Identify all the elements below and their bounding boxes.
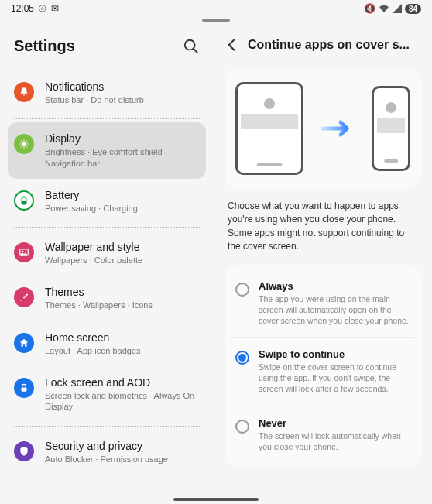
status-time: 12:05 [11, 3, 34, 14]
phone-unfolded-icon [235, 82, 303, 175]
bell-icon [14, 82, 34, 102]
radio-icon [235, 420, 249, 434]
sidebar-item-display[interactable]: Display Brightness · Eye comfort shield … [8, 122, 206, 179]
sidebar-item-home-screen[interactable]: Home screen Layout · App icon badges [8, 321, 206, 366]
nav-handle[interactable] [173, 498, 259, 501]
option-sub: The app you were using on the main scree… [259, 293, 410, 327]
svg-line-7 [21, 141, 22, 142]
sidebar-item-sub: Themes · Wallpapers · Icons [45, 300, 200, 310]
brush-icon [14, 287, 34, 307]
camera-icon: ⦾ [39, 3, 46, 14]
svg-line-1 [194, 48, 198, 53]
status-bar: 12:05 ⦾ ✉ 🔇 84 [0, 0, 432, 17]
sidebar-item-sub: Screen lock and biometrics · Always On D… [45, 390, 200, 413]
illustration-card [225, 68, 421, 189]
sidebar-item-sub: Auto Blocker · Permission usage [45, 454, 200, 465]
sidebar-item-lock-screen[interactable]: Lock screen and AOD Screen lock and biom… [8, 366, 206, 423]
lock-icon [14, 378, 34, 398]
sidebar-item-label: Home screen [45, 331, 200, 344]
sidebar-item-label: Lock screen and AOD [45, 376, 200, 389]
sidebar-item-battery[interactable]: Battery Power saving · Charging [8, 179, 206, 224]
wifi-icon [379, 4, 389, 13]
sidebar-item-notifications[interactable]: Notifications Status bar · Do not distur… [8, 70, 206, 115]
mute-icon: 🔇 [364, 3, 375, 14]
option-sub: The screen will lock automatically when … [259, 430, 410, 452]
detail-pane: Continue apps on cover s... Choose what [214, 23, 432, 504]
svg-line-9 [21, 146, 22, 147]
sidebar-item-label: Notifications [45, 81, 200, 93]
sidebar-item-sub: Status bar · Do not disturb [45, 94, 200, 105]
svg-point-2 [22, 142, 26, 146]
options-group: Always The app you were using on the mai… [225, 265, 421, 468]
svg-rect-12 [23, 196, 26, 197]
image-icon [14, 242, 34, 262]
sidebar-item-security[interactable]: Security and privacy Auto Blocker · Perm… [8, 430, 206, 475]
sidebar-item-themes[interactable]: Themes Themes · Wallpapers · Icons [8, 276, 206, 321]
sidebar-item-sub: Wallpapers · Color palette [45, 255, 200, 266]
svg-rect-13 [22, 201, 26, 204]
option-label: Always [259, 280, 410, 292]
sidebar-item-label: Wallpaper and style [45, 241, 200, 253]
option-label: Swipe to continue [259, 348, 410, 360]
option-sub: Swipe on the cover screen to continue us… [259, 362, 410, 395]
sidebar-item-wallpaper[interactable]: Wallpaper and style Wallpapers · Color p… [8, 231, 206, 276]
phone-folded-icon [372, 86, 410, 171]
mail-icon: ✉ [51, 3, 59, 14]
page-title: Settings [14, 37, 75, 55]
search-icon[interactable] [183, 38, 200, 55]
back-icon[interactable] [225, 37, 240, 53]
svg-rect-16 [22, 387, 27, 391]
option-label: Never [259, 417, 410, 429]
drag-handle[interactable] [202, 19, 230, 22]
svg-line-8 [26, 146, 27, 147]
home-icon [14, 333, 34, 353]
sidebar-item-sub: Brightness · Eye comfort shield · Naviga… [45, 146, 200, 169]
battery-icon [14, 190, 34, 211]
sidebar-item-sub: Layout · App icon badges [45, 345, 200, 356]
divider [14, 118, 200, 119]
sidebar-item-label: Themes [45, 286, 200, 298]
option-swipe-to-continue[interactable]: Swipe to continue Swipe on the cover scr… [231, 338, 415, 406]
divider [14, 227, 200, 228]
sidebar-item-label: Display [45, 132, 200, 145]
sidebar-item-label: Security and privacy [45, 440, 200, 452]
sun-icon [14, 134, 34, 154]
arrow-right-icon [321, 119, 355, 138]
svg-point-0 [185, 39, 195, 50]
radio-icon [235, 351, 249, 365]
detail-title: Continue apps on cover s... [248, 38, 410, 52]
detail-description: Choose what you want to happen to apps y… [228, 200, 418, 254]
svg-point-15 [22, 251, 23, 252]
option-always[interactable]: Always The app you were using on the mai… [231, 269, 415, 338]
sidebar-item-label: Battery [45, 189, 200, 201]
signal-icon [393, 4, 402, 13]
divider [14, 426, 200, 427]
battery-badge: 84 [405, 4, 421, 14]
sidebar-item-sub: Power saving · Charging [45, 203, 200, 214]
settings-list-pane: Settings Notifications Status bar · Do n… [0, 23, 214, 504]
svg-line-10 [26, 141, 27, 142]
option-never[interactable]: Never The screen will lock automatically… [231, 406, 415, 463]
shield-icon [14, 441, 34, 461]
radio-icon [235, 283, 249, 297]
